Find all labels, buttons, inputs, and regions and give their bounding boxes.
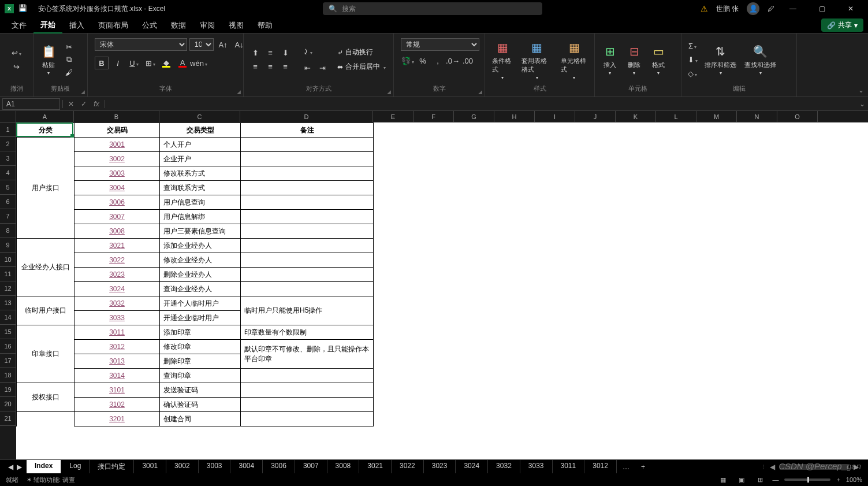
normal-view-button[interactable]: ▦ bbox=[717, 475, 729, 484]
accessibility-status[interactable]: ✶ 辅助功能: 调查 bbox=[27, 476, 75, 484]
align-right-button[interactable]: ≡ bbox=[278, 60, 292, 73]
column-header[interactable]: E bbox=[373, 111, 413, 122]
column-header[interactable]: D bbox=[240, 111, 373, 122]
type-cell[interactable]: 查询印章 bbox=[160, 369, 241, 383]
type-cell[interactable]: 查询联系方式 bbox=[160, 181, 241, 195]
type-cell[interactable]: 个人开户 bbox=[160, 138, 241, 152]
note-cell[interactable]: 印章数量有个数限制 bbox=[241, 325, 374, 340]
format-painter-icon[interactable]: 🖌 bbox=[62, 67, 75, 77]
align-top-button[interactable]: ⬆ bbox=[248, 46, 262, 59]
column-header[interactable]: N bbox=[737, 111, 777, 122]
code-link[interactable]: 3013 bbox=[109, 357, 125, 365]
row-header[interactable]: 21 bbox=[0, 411, 16, 426]
wrap-text-button[interactable]: ⤶自动换行 bbox=[337, 47, 386, 57]
type-cell[interactable]: 确认验证码 bbox=[160, 398, 241, 412]
format-cells-button[interactable]: ▭格式▾ bbox=[648, 41, 669, 78]
code-link[interactable]: 3101 bbox=[109, 386, 125, 394]
autosum-button[interactable]: Σ bbox=[686, 40, 699, 51]
italic-button[interactable]: I bbox=[111, 57, 125, 69]
code-cell[interactable]: 3022 bbox=[74, 253, 160, 268]
column-header[interactable]: O bbox=[777, 111, 818, 122]
note-cell[interactable] bbox=[241, 224, 374, 239]
type-cell[interactable]: 查询企业经办人 bbox=[160, 282, 241, 296]
column-header[interactable]: A bbox=[16, 111, 74, 122]
code-link[interactable]: 3006 bbox=[109, 198, 125, 206]
type-cell[interactable]: 企业开户 bbox=[160, 152, 241, 166]
undo-button[interactable]: ↩ bbox=[10, 47, 23, 58]
sheet-tab[interactable]: 3006 bbox=[263, 460, 295, 473]
code-cell[interactable]: 3001 bbox=[74, 138, 160, 152]
sheet-next-button[interactable]: ▶ bbox=[17, 463, 22, 471]
category-cell[interactable]: 印章接口 bbox=[17, 325, 74, 383]
code-link[interactable]: 3002 bbox=[109, 155, 125, 163]
type-cell[interactable]: 用户信息查询 bbox=[160, 195, 241, 210]
column-header[interactable]: J bbox=[575, 111, 616, 122]
copy-icon[interactable]: ⧉ bbox=[62, 54, 75, 65]
note-cell[interactable] bbox=[241, 383, 374, 398]
code-cell[interactable]: 3007 bbox=[74, 210, 160, 224]
sheet-tab[interactable]: 3021 bbox=[359, 460, 392, 473]
category-cell[interactable]: 临时用户接口 bbox=[17, 296, 74, 325]
bold-button[interactable]: B bbox=[95, 57, 109, 69]
fill-color-button[interactable]: ◆ bbox=[159, 57, 173, 69]
table-header[interactable]: 分类 bbox=[17, 123, 74, 138]
code-link[interactable]: 3008 bbox=[109, 227, 125, 235]
cancel-formula-button[interactable]: ✕ bbox=[65, 100, 77, 108]
row-header[interactable]: 12 bbox=[0, 281, 16, 296]
cut-icon[interactable]: ✂ bbox=[62, 42, 75, 52]
comma-button[interactable]: , bbox=[431, 54, 445, 67]
sort-filter-button[interactable]: ⇅排序和筛选▾ bbox=[702, 41, 739, 78]
warning-icon[interactable]: ⚠ bbox=[701, 4, 708, 13]
code-link[interactable]: 3003 bbox=[109, 169, 125, 177]
mic-icon[interactable]: 🖊 bbox=[768, 5, 774, 13]
phonetic-button[interactable]: wén bbox=[192, 57, 206, 69]
code-link[interactable]: 3201 bbox=[109, 415, 125, 423]
table-format-button[interactable]: ▦套用表格格式▾ bbox=[519, 37, 556, 83]
dialog-launcher[interactable]: ◢ bbox=[478, 89, 482, 95]
row-header[interactable]: 7 bbox=[0, 209, 16, 224]
code-link[interactable]: 3102 bbox=[109, 400, 125, 409]
note-cell[interactable] bbox=[241, 210, 374, 224]
category-cell[interactable] bbox=[17, 412, 74, 426]
fill-button[interactable]: ⬇ bbox=[686, 54, 699, 65]
dialog-launcher[interactable]: ◢ bbox=[387, 89, 391, 95]
code-link[interactable]: 3024 bbox=[109, 285, 125, 293]
note-cell[interactable]: 默认印章不可修改、删除，且只能操作本平台印章 bbox=[241, 340, 374, 369]
orientation-button[interactable]: ⤸ bbox=[300, 45, 314, 58]
merge-center-button[interactable]: ⬌合并后居中 bbox=[337, 62, 386, 72]
align-left-button[interactable]: ≡ bbox=[248, 60, 262, 73]
row-header[interactable]: 11 bbox=[0, 267, 16, 281]
table-row[interactable]: 授权接口3101发送验证码 bbox=[17, 383, 374, 398]
sheet-tab[interactable]: Index bbox=[27, 460, 61, 473]
note-cell[interactable] bbox=[241, 412, 374, 426]
scroll-left-button[interactable]: ◀ bbox=[770, 463, 775, 471]
sheet-tab[interactable]: 3023 bbox=[424, 460, 456, 473]
table-row[interactable]: 企业经办人接口3021添加企业经办人 bbox=[17, 239, 374, 253]
note-cell[interactable] bbox=[241, 181, 374, 195]
row-header[interactable]: 2 bbox=[0, 137, 16, 151]
fx-button[interactable]: fx bbox=[91, 100, 102, 108]
menu-tab[interactable]: 插入 bbox=[62, 18, 91, 33]
code-link[interactable]: 3023 bbox=[109, 270, 125, 279]
column-header[interactable]: K bbox=[616, 111, 656, 122]
code-link[interactable]: 3014 bbox=[109, 372, 125, 380]
sheet-more-button[interactable]: … bbox=[617, 461, 635, 473]
expand-formula-button[interactable]: ⌄ bbox=[856, 100, 868, 108]
code-link[interactable]: 3022 bbox=[109, 256, 125, 264]
type-cell[interactable]: 修改印章 bbox=[160, 340, 241, 354]
category-cell[interactable]: 用户接口 bbox=[17, 138, 74, 239]
code-cell[interactable]: 3102 bbox=[74, 398, 160, 412]
table-header[interactable]: 交易码 bbox=[74, 123, 160, 138]
note-cell[interactable] bbox=[241, 239, 374, 253]
code-cell[interactable]: 3101 bbox=[74, 383, 160, 398]
code-link[interactable]: 3033 bbox=[109, 314, 125, 322]
sheet-tab[interactable]: 3002 bbox=[166, 460, 199, 473]
new-sheet-button[interactable]: + bbox=[635, 461, 651, 473]
paste-button[interactable]: 📋 粘贴 ▾ bbox=[38, 41, 59, 78]
font-name-select[interactable]: 宋体 bbox=[95, 38, 187, 51]
type-cell[interactable]: 用户信息解绑 bbox=[160, 210, 241, 224]
type-cell[interactable]: 开通企业临时用户 bbox=[160, 311, 241, 325]
type-cell[interactable]: 添加印章 bbox=[160, 325, 241, 340]
type-cell[interactable]: 删除企业经办人 bbox=[160, 268, 241, 282]
code-cell[interactable]: 3033 bbox=[74, 311, 160, 325]
